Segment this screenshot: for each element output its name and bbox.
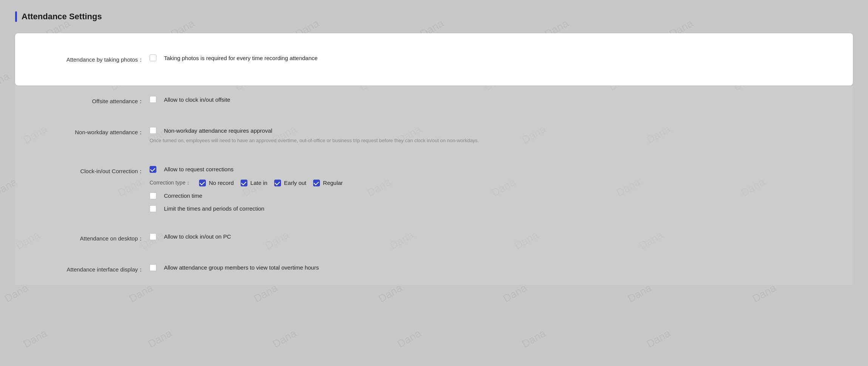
photo-attendance-checkbox[interactable]: [150, 54, 156, 61]
correction-type-label: Correction type：: [150, 180, 191, 186]
clock-correction-content: Allow to request corrections Correction …: [150, 166, 839, 212]
interface-display-text: Allow attendance group members to view t…: [164, 264, 319, 271]
photo-attendance-label: Attendance by taking photos：: [29, 54, 150, 64]
clock-correction-label: Clock-in/out Correction：: [29, 166, 150, 176]
clock-correction-checkbox[interactable]: [150, 166, 156, 173]
interface-display-content: Allow attendance group members to view t…: [150, 264, 839, 271]
limit-times-label: Limit the times and periods of correctio…: [164, 205, 264, 212]
non-workday-checkbox[interactable]: [150, 127, 156, 134]
offsite-label: Offsite attendance：: [29, 96, 150, 106]
desktop-text: Allow to clock in/out on PC: [164, 233, 231, 240]
no-record-checkbox[interactable]: [199, 180, 206, 186]
desktop-row: Attendance on desktop： Allow to clock in…: [29, 223, 839, 254]
offsite-text: Allow to clock in/out offsite: [164, 96, 230, 103]
interface-display-row: Attendance interface display： Allow atte…: [29, 254, 839, 285]
page-title-row: Attendance Settings: [15, 11, 853, 22]
late-in-checkbox[interactable]: [241, 180, 247, 186]
clock-correction-row: Clock-in/out Correction： Allow to reques…: [29, 155, 839, 223]
photo-attendance-card: Attendance by taking photos： Taking phot…: [15, 33, 853, 85]
regular-label: Regular: [323, 180, 343, 186]
interface-display-checkbox[interactable]: [150, 264, 156, 271]
non-workday-description: Once turned on, employees will need to h…: [150, 137, 490, 145]
correction-type-row: Correction type： No record Late in Early…: [150, 180, 839, 186]
settings-area: Offsite attendance： Allow to clock in/ou…: [15, 85, 853, 285]
no-record-label: No record: [209, 180, 234, 186]
offsite-content: Allow to clock in/out offsite: [150, 96, 839, 103]
photo-attendance-main-line: Taking photos is required for every time…: [150, 54, 839, 61]
non-workday-text: Non-workday attendance requires approval: [164, 127, 272, 134]
photo-attendance-row: Attendance by taking photos： Taking phot…: [29, 44, 839, 75]
type-no-record: No record: [199, 180, 234, 186]
correction-time-checkbox[interactable]: [150, 192, 156, 199]
offsite-checkbox[interactable]: [150, 96, 156, 103]
early-out-label: Early out: [284, 180, 306, 186]
page-title: Attendance Settings: [22, 12, 102, 22]
type-regular: Regular: [313, 180, 343, 186]
interface-display-label: Attendance interface display：: [29, 264, 150, 274]
photo-attendance-content: Taking photos is required for every time…: [150, 54, 839, 61]
limit-times-row: Limit the times and periods of correctio…: [150, 205, 839, 212]
clock-correction-text: Allow to request corrections: [164, 166, 233, 172]
type-late-in: Late in: [241, 180, 267, 186]
title-bar-accent: [15, 11, 17, 22]
non-workday-label: Non-workday attendance：: [29, 127, 150, 137]
limit-times-checkbox[interactable]: [150, 205, 156, 212]
desktop-label: Attendance on desktop：: [29, 233, 150, 243]
desktop-checkbox[interactable]: [150, 233, 156, 240]
non-workday-row: Non-workday attendance： Non-workday atte…: [29, 116, 839, 155]
photo-attendance-text: Taking photos is required for every time…: [164, 55, 318, 61]
regular-checkbox[interactable]: [313, 180, 320, 186]
type-early-out: Early out: [274, 180, 306, 186]
desktop-content: Allow to clock in/out on PC: [150, 233, 839, 240]
non-workday-content: Non-workday attendance requires approval…: [150, 127, 839, 145]
late-in-label: Late in: [250, 180, 267, 186]
correction-time-row: Correction time: [150, 192, 839, 199]
correction-time-label: Correction time: [164, 192, 202, 199]
offsite-attendance-row: Offsite attendance： Allow to clock in/ou…: [29, 85, 839, 116]
early-out-checkbox[interactable]: [274, 180, 281, 186]
